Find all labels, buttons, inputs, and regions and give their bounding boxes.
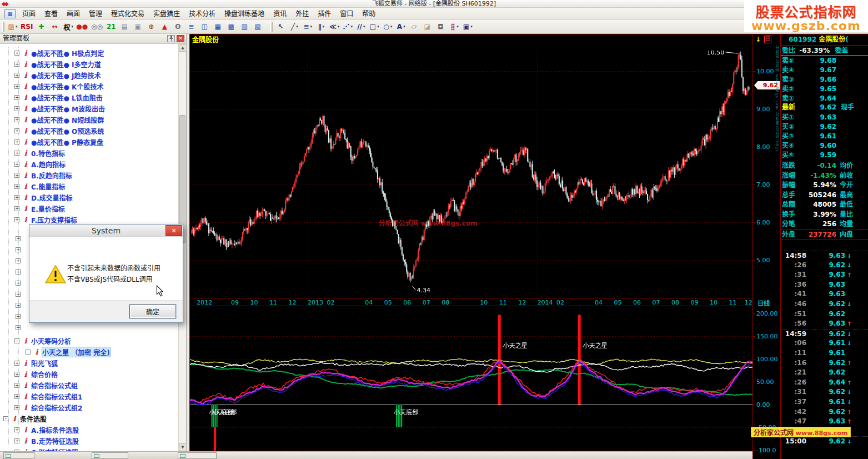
expand-plus-icon[interactable]: + bbox=[14, 128, 19, 133]
tree-item[interactable]: + i ●战无不胜● L铁血阻击 bbox=[0, 92, 177, 103]
buy-level-row[interactable]: 买② 9.62 bbox=[781, 122, 868, 132]
ok-button[interactable]: 确定 bbox=[129, 305, 176, 318]
menu-item[interactable]: 外挂 bbox=[291, 8, 313, 19]
expand-plus-icon[interactable]: + bbox=[14, 95, 19, 100]
indicator-chart[interactable] bbox=[190, 315, 753, 451]
tree-item[interactable]: + i A.指标条件选股 bbox=[0, 424, 177, 435]
menu-item[interactable]: 查看 bbox=[40, 8, 62, 19]
expand-plus-icon[interactable]: + bbox=[14, 162, 19, 167]
indicator-header[interactable]: 小天之星(5,2) 短筹:76.731↑ 中筹:56.419↑ 长筹:9.510… bbox=[190, 306, 753, 315]
expand-box-icon[interactable]: + bbox=[14, 372, 19, 377]
rights-adjust-button[interactable]: 权▾ bbox=[62, 21, 74, 33]
toolbar-grip[interactable] bbox=[2, 22, 4, 32]
ellipse-icon[interactable]: ○▾ bbox=[382, 21, 394, 33]
expand-box-icon[interactable]: + bbox=[14, 438, 19, 443]
tree-item[interactable]: + i ●战无不胜● N短线股群 bbox=[0, 114, 177, 125]
expand-plus-icon[interactable]: + bbox=[14, 217, 19, 222]
sell-level-row[interactable]: 卖① 9.64 bbox=[781, 94, 868, 103]
tree-item[interactable]: - i 小天筹码分析 bbox=[0, 335, 177, 346]
save-icon[interactable]: ▣▾ bbox=[461, 21, 474, 33]
menu-item[interactable]: 资讯 bbox=[269, 8, 291, 19]
expand-plus-icon[interactable]: + bbox=[16, 236, 21, 241]
menu-item[interactable]: 画面 bbox=[62, 8, 84, 19]
tree-item[interactable]: + i F.压力支撑指标 bbox=[0, 214, 177, 225]
buy-level-row[interactable]: 买⑤ 9.59 bbox=[781, 151, 868, 160]
period-label[interactable]: 日线 bbox=[757, 298, 770, 307]
window-tab[interactable] bbox=[3, 452, 34, 459]
rectangle-icon[interactable]: □▾ bbox=[368, 21, 380, 33]
menu-item[interactable]: 插件 bbox=[313, 8, 335, 19]
toolbar-grip[interactable] bbox=[270, 22, 273, 32]
expand-box-icon[interactable]: - bbox=[3, 416, 8, 421]
expand-box-icon[interactable]: + bbox=[14, 405, 19, 410]
tree-item[interactable]: - i 条件选股 bbox=[0, 413, 177, 424]
sell-level-row[interactable]: 卖② 9.65 bbox=[781, 84, 868, 94]
window-tab[interactable] bbox=[92, 452, 128, 459]
sell-level-row[interactable]: 卖③ 9.66 bbox=[781, 75, 868, 84]
expand-plus-icon[interactable]: + bbox=[14, 73, 19, 78]
calendar-21-icon[interactable]: 21 bbox=[106, 21, 118, 33]
dialog-title-bar[interactable]: System ✕ bbox=[29, 224, 183, 237]
tree-item[interactable]: + i 综合指标公式组 bbox=[0, 380, 177, 391]
tree-item[interactable]: + i 综合价格 bbox=[0, 368, 177, 380]
expand-box-icon[interactable]: + bbox=[14, 394, 19, 399]
tree-item[interactable]: + i ●战无不胜● H极点判定 bbox=[0, 47, 177, 58]
trendline-icon[interactable]: ╱▾ bbox=[288, 21, 300, 33]
binoculars-icon[interactable]: ◎◎ bbox=[91, 21, 104, 33]
quote-header[interactable]: 601992 金隅股份( bbox=[781, 34, 868, 46]
tree-item[interactable]: i 小天之星 （加密 完全) bbox=[0, 346, 177, 357]
menu-item[interactable]: 实盘猎庄 bbox=[149, 8, 184, 19]
scroll-down-arrow-icon[interactable]: ↓ bbox=[755, 36, 761, 43]
alarm-bell-icon[interactable]: ▲ bbox=[159, 21, 171, 33]
gann-fan-icon[interactable]: ≪▾ bbox=[328, 21, 340, 33]
open-book-icon[interactable]: ▣ bbox=[132, 21, 144, 33]
expand-plus-icon[interactable]: + bbox=[14, 62, 19, 67]
pointer-icon[interactable]: ↖ bbox=[275, 21, 287, 33]
tree-item[interactable]: + i D.成交量指标 bbox=[0, 192, 177, 203]
pages-icon[interactable]: ▨▾ bbox=[7, 21, 19, 33]
tick-list[interactable]: 14:58 9.63 ↓ :26 9.62 ↓ :31 9.63 ↑ :36 9… bbox=[781, 251, 868, 446]
tree-item[interactable]: + i ●战无不胜● K个股技术 bbox=[0, 81, 177, 92]
tree-item[interactable]: + i B.反趋向指标 bbox=[0, 169, 177, 181]
tree-item[interactable]: + i ●战无不胜● J趋势技术 bbox=[0, 69, 177, 81]
scroll-down-icon[interactable]: ▼ bbox=[179, 443, 187, 451]
notebook-icon[interactable]: ▤ bbox=[119, 21, 131, 33]
expand-plus-icon[interactable]: + bbox=[16, 281, 21, 286]
panel-header[interactable]: 管理面板 ✕ bbox=[0, 34, 186, 44]
move-cross-icon[interactable]: ✚ bbox=[36, 21, 48, 33]
daily-period-icon[interactable]: 日 bbox=[764, 36, 771, 43]
menu-item[interactable]: 管理 bbox=[84, 8, 107, 19]
tree-item[interactable]: + i A.趋向指标 bbox=[0, 158, 177, 169]
expand-plus-icon[interactable]: + bbox=[14, 106, 19, 111]
copy-icon[interactable]: ▱ bbox=[408, 21, 420, 33]
buy-level-row[interactable]: 买③ 9.61 bbox=[781, 132, 868, 141]
tree-item[interactable]: + i 综合指标公式组2 bbox=[0, 402, 177, 413]
buy-level-row[interactable]: 买④ 9.60 bbox=[781, 141, 868, 151]
sell-level-row[interactable]: 卖④ 9.67 bbox=[781, 66, 868, 75]
expand-plus-icon[interactable]: + bbox=[14, 139, 19, 144]
tree-item[interactable]: + i ●战无不胜● M波段出击 bbox=[0, 103, 177, 114]
report-window-icon[interactable]: ▧ bbox=[252, 21, 264, 33]
tree-item[interactable]: + i ●战无不胜● I多空力道 bbox=[0, 58, 177, 69]
vlines-icon[interactable]: ∥▾ bbox=[315, 21, 327, 33]
expand-plus-icon[interactable]: + bbox=[14, 173, 19, 178]
expand-plus-icon[interactable]: + bbox=[14, 206, 19, 211]
expand-plus-icon[interactable]: + bbox=[14, 117, 19, 122]
expand-plus-icon[interactable]: + bbox=[14, 51, 19, 56]
expand-plus-icon[interactable]: + bbox=[16, 292, 21, 297]
buy-level-row[interactable]: 买① 9.63 bbox=[781, 113, 868, 122]
window-tab[interactable] bbox=[178, 452, 217, 459]
expand-plus-icon[interactable]: + bbox=[16, 247, 21, 252]
list-panel-icon[interactable]: ≡ bbox=[185, 21, 198, 33]
expand-box-icon[interactable]: + bbox=[14, 383, 19, 388]
expand-plus-icon[interactable]: + bbox=[16, 270, 21, 275]
expand-box-icon[interactable] bbox=[26, 350, 31, 355]
expand-plus-icon[interactable]: + bbox=[16, 325, 21, 330]
tree-item[interactable]: + i E.量价指标 bbox=[0, 203, 177, 214]
mouse-icon[interactable]: ʘ bbox=[172, 21, 184, 33]
palette-icon[interactable]: ⣿▾ bbox=[448, 21, 460, 33]
scroll-up-icon[interactable]: ▲ bbox=[179, 44, 187, 52]
pin-icon[interactable] bbox=[167, 35, 175, 42]
chart-window-alt-icon[interactable]: ▩ bbox=[225, 21, 238, 33]
menu-item[interactable]: 技术分析 bbox=[184, 8, 220, 19]
